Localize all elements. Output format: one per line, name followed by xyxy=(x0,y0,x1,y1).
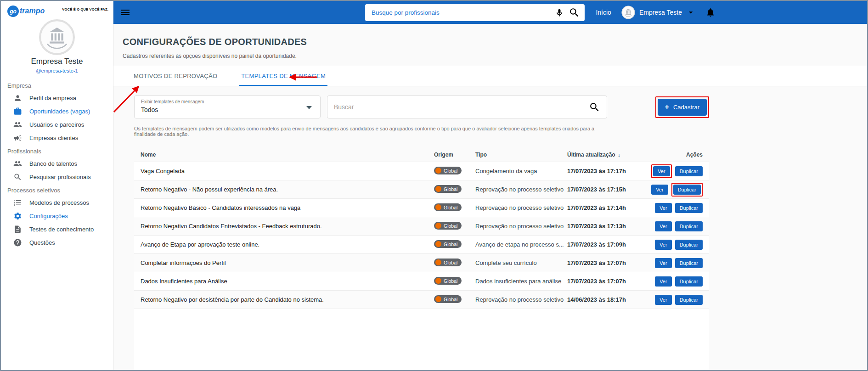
ver-button[interactable]: Ver xyxy=(655,295,672,305)
company-handle-link[interactable]: @empresa-teste-1 xyxy=(1,68,113,73)
origin-badge: Global xyxy=(434,222,462,230)
global-icon xyxy=(435,223,441,229)
microphone-icon[interactable] xyxy=(555,8,564,17)
ver-button[interactable]: Ver xyxy=(655,240,672,250)
cadastrar-button[interactable]: + Cadastrar xyxy=(658,99,707,116)
origin-badge: Global xyxy=(434,295,462,303)
topbar: Início Empresa Teste xyxy=(113,1,867,24)
duplicar-button[interactable]: Duplicar xyxy=(675,203,703,213)
logo-trampo-text: trampo xyxy=(20,7,45,15)
sidebar-item-empresas-clientes[interactable]: Empresas clientes xyxy=(1,131,113,145)
gear-icon xyxy=(13,212,22,220)
table-row: Vaga Congelada Global Congelamento da va… xyxy=(134,162,709,180)
sidebar-item-label: Configurações xyxy=(29,213,68,219)
origin-badge: Global xyxy=(434,185,462,193)
origin-badge: Global xyxy=(434,277,462,285)
template-name: Retorno Negativo por desistência por par… xyxy=(141,296,434,303)
sidebar-item-configuracoes[interactable]: Configurações xyxy=(1,209,113,223)
origin-badge: Global xyxy=(434,167,462,174)
menu-icon[interactable] xyxy=(120,7,131,18)
duplicar-button[interactable]: Duplicar xyxy=(675,276,703,287)
logo-go-mark: go xyxy=(7,6,19,17)
table-header: Nome Origem Tipo Última atualização ↓ Aç… xyxy=(134,148,709,162)
col-nome: Nome xyxy=(141,152,434,158)
page-subtitle: Cadastros referentes às opções disponíve… xyxy=(123,53,858,59)
professional-search-input[interactable] xyxy=(372,9,550,16)
template-type: Reprovação no processo seletivo xyxy=(475,204,567,211)
template-name: Vaga Congelada xyxy=(141,168,434,174)
col-origem: Origem xyxy=(434,152,475,158)
person-icon xyxy=(13,94,22,102)
question-icon xyxy=(13,238,22,247)
col-ultima-atualizacao[interactable]: Última atualização ↓ xyxy=(567,152,643,158)
template-type: Avanço de etapa no processo s... xyxy=(475,241,567,248)
last-updated: 17/07/2023 às 17:14h xyxy=(567,204,643,211)
template-type: Congelamento da vaga xyxy=(475,168,567,174)
search-icon[interactable] xyxy=(589,101,600,113)
main-content: CONFIGURAÇÕES DE OPORTUNIDADES Cadastros… xyxy=(113,24,867,370)
sidebar-item-label: Usuários e parceiros xyxy=(29,121,84,128)
ver-button[interactable]: Ver xyxy=(651,185,668,195)
search-icon[interactable] xyxy=(569,7,580,18)
last-updated: 17/07/2023 às 17:07h xyxy=(567,278,643,285)
table-row: Retorno Negativo Candidatos Entrevistado… xyxy=(134,217,709,236)
nav-section-profissionais: Profissionais xyxy=(1,145,113,157)
template-search-input[interactable] xyxy=(334,103,584,111)
global-icon xyxy=(435,278,441,284)
caret-down-icon xyxy=(306,106,312,109)
nav-section-empresa: Empresa xyxy=(1,79,113,91)
template-name: Avanço de Etapa por aprovação teste onli… xyxy=(141,241,434,248)
duplicar-button[interactable]: Duplicar xyxy=(675,221,703,231)
last-updated: 17/07/2023 às 17:07h xyxy=(567,259,643,266)
megaphone-icon xyxy=(13,134,22,142)
numbered-list-icon xyxy=(13,198,22,207)
sort-desc-icon: ↓ xyxy=(618,152,621,158)
sidebar-item-label: Banco de talentos xyxy=(29,160,77,167)
origin-badge: Global xyxy=(434,203,462,211)
home-link[interactable]: Início xyxy=(596,9,611,16)
filter-row: Exibir templates de mensagem Todos + xyxy=(134,96,709,118)
tab-templates-mensagem[interactable]: TEMPLATES DE MENSAGEM xyxy=(239,66,327,86)
template-name: Dados Insuficientes para Análise xyxy=(141,278,434,285)
sidebar-item-pesquisar-profissionais[interactable]: Pesquisar profissionais xyxy=(1,170,113,184)
global-icon xyxy=(435,186,441,192)
document-icon xyxy=(13,225,22,234)
duplicar-button[interactable]: Duplicar xyxy=(675,258,703,268)
people-icon xyxy=(13,159,22,168)
sidebar-item-testes-conhecimento[interactable]: Testes de conhecimento xyxy=(1,223,113,236)
briefcase-icon xyxy=(13,107,22,116)
sidebar-item-questoes[interactable]: Questões xyxy=(1,236,113,249)
duplicar-button[interactable]: Duplicar xyxy=(675,166,703,176)
template-name: Retorno Negativo - Não possui experiênci… xyxy=(141,186,434,193)
sidebar-item-perfil[interactable]: Perfil da empresa xyxy=(1,91,113,105)
duplicar-button[interactable]: Duplicar xyxy=(675,295,703,305)
ver-button[interactable]: Ver xyxy=(655,203,672,213)
template-type: Complete seu currículo xyxy=(475,259,567,266)
company-name: Empresa Teste xyxy=(1,57,113,66)
search-icon xyxy=(13,173,22,181)
sidebar-item-usuarios[interactable]: Usuários e parceiros xyxy=(1,118,113,131)
ver-button[interactable]: Ver xyxy=(655,276,672,287)
duplicar-button[interactable]: Duplicar xyxy=(673,185,701,195)
table-row: Dados Insuficientes para Análise Global … xyxy=(134,272,709,291)
template-name: Retorno Negativo Candidatos Entrevistado… xyxy=(141,223,434,230)
ver-button[interactable]: Ver xyxy=(655,221,672,231)
sidebar-item-banco-talentos[interactable]: Banco de talentos xyxy=(1,157,113,170)
account-menu[interactable]: Empresa Teste xyxy=(621,6,695,19)
select-value: Todos xyxy=(141,106,314,113)
template-type: Dados insuficientes para análise xyxy=(475,278,567,285)
sidebar-item-label: Pesquisar profissionais xyxy=(29,174,91,180)
table-row: Retorno Negativo por desistência por par… xyxy=(134,291,709,309)
template-type-select[interactable]: Exibir templates de mensagem Todos xyxy=(134,96,321,118)
global-icon xyxy=(435,204,441,210)
ver-button[interactable]: Ver xyxy=(653,166,670,176)
duplicar-button[interactable]: Duplicar xyxy=(675,240,703,250)
template-type: Reprovação no processo seletivo xyxy=(475,223,567,230)
sidebar-nav: Empresa Perfil da empresa Oportunidades … xyxy=(1,79,113,249)
tab-motivos-reprovacao[interactable]: MOTIVOS DE REPROVAÇÃO xyxy=(132,66,219,86)
sidebar-item-oportunidades[interactable]: Oportunidades (vagas) xyxy=(1,105,113,118)
sidebar-item-modelos-processos[interactable]: Modelos de processos xyxy=(1,196,113,209)
ver-button[interactable]: Ver xyxy=(655,258,672,268)
origin-badge: Global xyxy=(434,259,462,266)
notifications-bell-icon[interactable] xyxy=(705,7,716,17)
